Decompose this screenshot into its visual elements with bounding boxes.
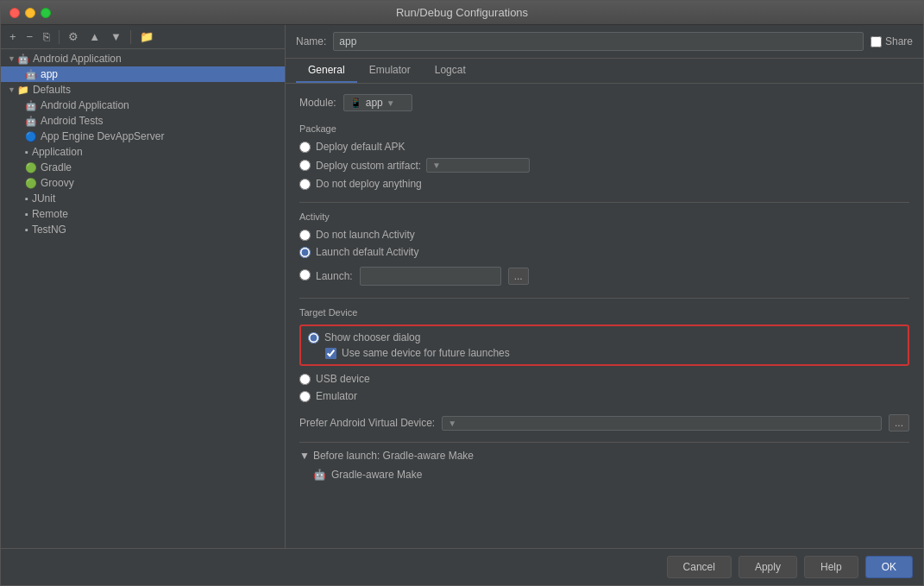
expand-arrow: ▼ xyxy=(8,54,16,63)
launch-browse-button[interactable]: ... xyxy=(508,268,529,285)
radio-emulator-input[interactable] xyxy=(299,391,311,402)
tree-item-junit[interactable]: ▪ JUnit xyxy=(1,191,285,206)
radio-launch-default: Launch default Activity xyxy=(299,246,909,258)
left-panel: + − ⎘ ⚙ ▲ ▼ 📁 ▼ 🤖 Android Application xyxy=(1,25,286,548)
android-icon-3: 🤖 xyxy=(25,116,37,127)
android-icon: 🤖 xyxy=(17,54,29,65)
remove-config-button[interactable]: − xyxy=(23,28,37,45)
before-launch-item-gradle: 🤖 Gradle-aware Make xyxy=(299,467,909,482)
window-controls xyxy=(9,8,51,18)
prefer-avd-label: Prefer Android Virtual Device: xyxy=(299,417,435,429)
close-button[interactable] xyxy=(9,8,20,18)
radio-usb-device-input[interactable] xyxy=(299,374,311,385)
name-row: Name: Share xyxy=(286,25,923,59)
minimize-button[interactable] xyxy=(25,8,35,18)
settings-config-button[interactable]: ⚙ xyxy=(65,28,82,45)
tree-item-gradle[interactable]: 🟢 Gradle xyxy=(1,160,285,175)
tree-item-app[interactable]: 🤖 app xyxy=(1,66,285,82)
tree-item-app-engine[interactable]: 🔵 App Engine DevAppServer xyxy=(1,129,285,144)
config-area: Module: 📱 app ▼ Package Deploy default A… xyxy=(286,84,923,548)
before-launch-label: Before launch: Gradle-aware Make xyxy=(313,450,474,462)
tab-logcat[interactable]: Logcat xyxy=(423,59,478,83)
cancel-button[interactable]: Cancel xyxy=(667,556,732,578)
expand-arrow-defaults: ▼ xyxy=(8,85,16,94)
prefer-avd-browse-button[interactable]: ... xyxy=(889,414,909,432)
module-select[interactable]: 📱 app ▼ xyxy=(343,94,412,111)
move-up-button[interactable]: ▲ xyxy=(85,28,104,45)
tree-root-android-application[interactable]: ▼ 🤖 Android Application xyxy=(1,51,285,66)
tabs-bar: General Emulator Logcat xyxy=(286,59,923,84)
radio-deploy-custom-input[interactable] xyxy=(299,160,311,171)
groovy-icon: 🟢 xyxy=(25,178,37,189)
target-highlighted-box: Show chooser dialog Use same device for … xyxy=(299,325,909,366)
radio-show-chooser-input[interactable] xyxy=(308,332,319,343)
tree-item-android-application[interactable]: 🤖 Android Application xyxy=(1,98,285,113)
share-checkbox[interactable] xyxy=(871,36,882,47)
radio-launch-default-input[interactable] xyxy=(299,247,311,258)
ok-button[interactable]: OK xyxy=(865,556,913,578)
apply-button[interactable]: Apply xyxy=(739,556,797,578)
divider-1 xyxy=(299,202,909,203)
testng-icon: ▪ xyxy=(25,224,28,235)
tree-root-defaults[interactable]: ▼ 📁 Defaults xyxy=(1,82,285,98)
radio-emulator: Emulator xyxy=(299,390,909,402)
app-engine-icon: 🔵 xyxy=(25,131,37,142)
radio-launch-specific-input[interactable] xyxy=(299,269,311,280)
toolbar-separator-2 xyxy=(130,30,131,44)
module-value: app xyxy=(366,97,383,109)
help-button[interactable]: Help xyxy=(804,556,858,578)
launch-default-label: Launch default Activity xyxy=(316,246,418,258)
tree-item-gradle-label: Gradle xyxy=(41,161,72,173)
remote-icon: ▪ xyxy=(25,209,28,219)
tree-item-testng-label: TestNG xyxy=(32,224,66,236)
gradle-make-icon: 🤖 xyxy=(313,469,326,481)
title-bar: Run/Debug Configurations xyxy=(1,1,923,25)
tree-item-groovy-label: Groovy xyxy=(41,177,74,189)
tree-defaults-label: Defaults xyxy=(33,84,71,96)
folder-button[interactable]: 📁 xyxy=(136,28,157,45)
add-config-button[interactable]: + xyxy=(6,28,20,45)
launch-input[interactable] xyxy=(360,267,501,286)
dialog-window: Run/Debug Configurations + − ⎘ ⚙ ▲ ▼ 📁 ▼ xyxy=(0,0,924,586)
artifact-select[interactable]: ▼ xyxy=(426,158,530,173)
tree-item-junit-label: JUnit xyxy=(32,192,55,205)
radio-deploy-default-input[interactable] xyxy=(299,142,311,153)
move-down-button[interactable]: ▼ xyxy=(107,28,125,45)
tree-item-android-tests-label: Android Tests xyxy=(41,115,104,127)
radio-do-not-deploy-input[interactable] xyxy=(299,179,311,190)
radio-deploy-default: Deploy default APK xyxy=(299,141,909,153)
module-label: Module: xyxy=(299,97,336,109)
launch-label: Launch: xyxy=(316,270,353,282)
config-tree: ▼ 🤖 Android Application 🤖 app ▼ 📁 Defaul… xyxy=(1,49,285,548)
divider-2 xyxy=(299,298,909,299)
name-input[interactable] xyxy=(333,32,864,51)
tree-item-android-application-label: Android Application xyxy=(41,99,129,111)
tree-item-application[interactable]: ▪ Application xyxy=(1,144,285,160)
prefer-avd-select[interactable]: ▼ xyxy=(442,416,882,431)
bottom-bar: Cancel Apply Help OK xyxy=(1,548,923,585)
copy-config-button[interactable]: ⎘ xyxy=(40,28,53,45)
tab-emulator[interactable]: Emulator xyxy=(357,59,423,83)
before-launch-header[interactable]: ▼ Before launch: Gradle-aware Make xyxy=(299,450,909,462)
left-toolbar: + − ⎘ ⚙ ▲ ▼ 📁 xyxy=(1,25,285,49)
radio-do-not-launch-input[interactable] xyxy=(299,230,311,241)
window-title: Run/Debug Configurations xyxy=(396,6,528,19)
emulator-label: Emulator xyxy=(316,390,357,402)
android-icon-2: 🤖 xyxy=(25,100,37,111)
use-same-device-checkbox[interactable] xyxy=(325,348,336,359)
use-same-device-row: Use same device for future launches xyxy=(325,347,901,359)
launch-row: Launch: ... xyxy=(316,267,529,286)
tree-item-remote-label: Remote xyxy=(32,208,68,220)
tree-item-testng[interactable]: ▪ TestNG xyxy=(1,222,285,237)
target-radio-group-extra: USB device Emulator xyxy=(299,373,909,402)
tree-item-groovy[interactable]: 🟢 Groovy xyxy=(1,175,285,191)
application-icon: ▪ xyxy=(25,147,28,157)
tab-general[interactable]: General xyxy=(296,59,357,83)
tree-item-application-label: Application xyxy=(32,146,83,158)
tree-item-remote[interactable]: ▪ Remote xyxy=(1,206,285,222)
name-label: Name: xyxy=(296,35,326,47)
maximize-button[interactable] xyxy=(41,8,51,18)
tree-item-android-tests[interactable]: 🤖 Android Tests xyxy=(1,113,285,129)
deploy-default-label: Deploy default APK xyxy=(316,141,405,153)
use-same-device-label: Use same device for future launches xyxy=(342,347,510,359)
